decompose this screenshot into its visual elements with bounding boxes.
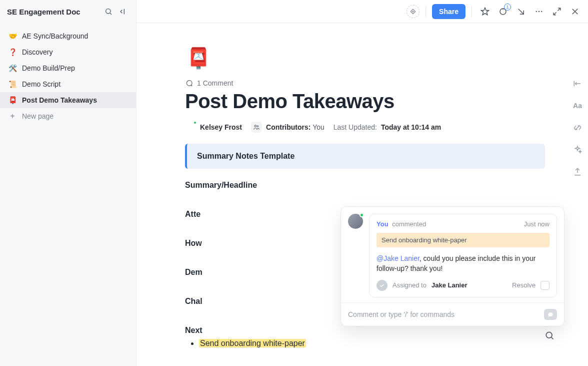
app-root: SE Engagement Doc 🤝 AE Sync/Background ❓… <box>0 0 588 366</box>
popover-body: You commented Just now Send onboarding w… <box>341 207 564 302</box>
svg-line-18 <box>552 337 554 339</box>
page-title[interactable]: Post Demo Takeaways <box>185 90 545 113</box>
notification-icon[interactable]: 1 <box>496 5 510 19</box>
sidebar-header: SE Engagement Doc <box>0 0 136 23</box>
close-icon[interactable] <box>568 5 582 19</box>
mention[interactable]: @Jake Lanier <box>376 254 420 262</box>
notification-badge: 1 <box>504 4 511 11</box>
sidebar-item-post-demo[interactable]: 📮 Post Demo Takeaways <box>0 92 136 108</box>
contributors-value: You <box>312 123 324 131</box>
svg-point-8 <box>541 11 542 12</box>
last-updated: Last Updated: Today at 10:14 am <box>334 123 442 131</box>
sidebar: SE Engagement Doc 🤝 AE Sync/Background ❓… <box>0 0 136 366</box>
sidebar-item-discovery[interactable]: ❓ Discovery <box>0 44 136 60</box>
assignee-name[interactable]: Jake Lanier <box>432 281 468 289</box>
callout-text: Summary Notes Template <box>197 152 294 160</box>
meta-row: Kelsey Frost Contributors: You Last Upda… <box>185 122 545 133</box>
upload-icon[interactable] <box>572 166 583 177</box>
comment-icon <box>185 79 193 87</box>
sidebar-item-label: New page <box>22 112 128 120</box>
page-search-icon[interactable] <box>543 329 556 342</box>
svg-point-7 <box>538 11 540 12</box>
main: Share 1 <box>136 0 588 366</box>
author-name: Kelsey Frost <box>200 123 242 131</box>
question-icon: ❓ <box>8 48 17 56</box>
share-button[interactable]: Share <box>432 4 466 19</box>
svg-line-9 <box>558 8 560 11</box>
indent-icon[interactable] <box>572 78 583 89</box>
link-icon[interactable] <box>572 122 583 133</box>
people-icon <box>251 122 262 133</box>
page-emoji[interactable]: 📮 <box>185 43 212 73</box>
comment-count-label: 1 Comment <box>197 79 233 87</box>
handshake-icon: 🤝 <box>8 32 17 40</box>
svg-point-3 <box>412 11 414 12</box>
svg-point-15 <box>254 125 256 127</box>
divider <box>472 6 472 17</box>
comment-message: @Jake Lanier, could you please include t… <box>376 253 550 274</box>
right-rail: Aa <box>567 23 588 177</box>
sidebar-title: SE Engagement Doc <box>7 8 101 16</box>
assigned-label: Assigned to <box>392 281 426 289</box>
last-updated-value: Today at 10:14 am <box>381 123 441 131</box>
svg-point-17 <box>546 332 552 338</box>
sidebar-item-label: AE Sync/Background <box>22 32 128 40</box>
collapse-sidebar-icon[interactable] <box>116 5 129 18</box>
sidebar-item-label: Discovery <box>22 48 128 56</box>
text-style-icon[interactable]: Aa <box>572 100 583 111</box>
contributors-chip[interactable]: Contributors: You <box>251 122 324 133</box>
sidebar-item-demo-build[interactable]: 🛠️ Demo Build/Prep <box>0 60 136 76</box>
comment-input[interactable] <box>348 310 539 318</box>
comment-count[interactable]: 1 Comment <box>185 79 545 87</box>
more-icon[interactable] <box>532 5 546 19</box>
comment-time: Just now <box>524 220 550 228</box>
sidebar-item-label: Post Demo Takeaways <box>22 96 128 104</box>
author-avatar <box>185 122 196 133</box>
bullet-list[interactable]: Send onboarding white-paper <box>199 339 545 348</box>
svg-marker-4 <box>482 8 489 15</box>
search-icon[interactable] <box>102 5 115 18</box>
resolve-checkbox[interactable] <box>540 281 550 290</box>
postbox-icon: 📮 <box>8 96 17 104</box>
list-item[interactable]: Send onboarding white-paper <box>199 339 545 348</box>
section-summary[interactable]: Summary/Headline <box>185 181 545 190</box>
comment-header: You commented Just now <box>376 220 550 228</box>
svg-point-0 <box>106 9 110 14</box>
callout-block[interactable]: Summary Notes Template <box>185 144 545 169</box>
check-icon <box>376 280 388 291</box>
comment-author: You <box>376 220 388 228</box>
author-chip[interactable]: Kelsey Frost <box>185 122 242 133</box>
last-updated-label: Last Updated: <box>334 123 377 131</box>
send-icon[interactable] <box>544 309 557 320</box>
svg-point-6 <box>536 11 537 12</box>
svg-line-10 <box>554 12 556 15</box>
sidebar-item-demo-script[interactable]: 📜 Demo Script <box>0 76 136 92</box>
presence-dot-icon <box>360 213 364 217</box>
comment-verb: commented <box>392 220 426 228</box>
comment-quote: Send onboarding white-paper <box>376 233 550 247</box>
download-icon[interactable] <box>514 5 528 19</box>
sidebar-item-label: Demo Build/Prep <box>22 64 128 72</box>
resolve-label: Resolve <box>512 281 536 289</box>
divider <box>426 6 426 17</box>
comment-popover: You commented Just now Send onboarding w… <box>340 206 564 326</box>
svg-point-16 <box>257 126 258 127</box>
scroll-icon: 📜 <box>8 80 17 88</box>
section-next[interactable]: Next <box>185 326 545 335</box>
commenter-avatar <box>348 214 363 229</box>
list-item[interactable]: . <box>199 194 545 203</box>
comment-input-row <box>341 302 564 326</box>
bullet-list[interactable]: . <box>199 194 545 203</box>
highlighted-text: Send onboarding white-paper <box>199 339 306 347</box>
presence-dot-icon <box>193 121 197 125</box>
expand-icon[interactable] <box>550 5 564 19</box>
sidebar-item-ae-sync[interactable]: 🤝 AE Sync/Background <box>0 28 136 44</box>
sparkle-icon[interactable] <box>572 144 583 155</box>
star-icon[interactable] <box>478 5 492 19</box>
tag-icon[interactable] <box>406 5 420 18</box>
assignment-row: Assigned to Jake Lanier Resolve <box>376 280 550 291</box>
contributors-label: Contributors: <box>266 123 310 131</box>
tools-icon: 🛠️ <box>8 64 17 72</box>
topbar: Share 1 <box>136 0 588 23</box>
sidebar-new-page[interactable]: + New page <box>0 108 136 124</box>
